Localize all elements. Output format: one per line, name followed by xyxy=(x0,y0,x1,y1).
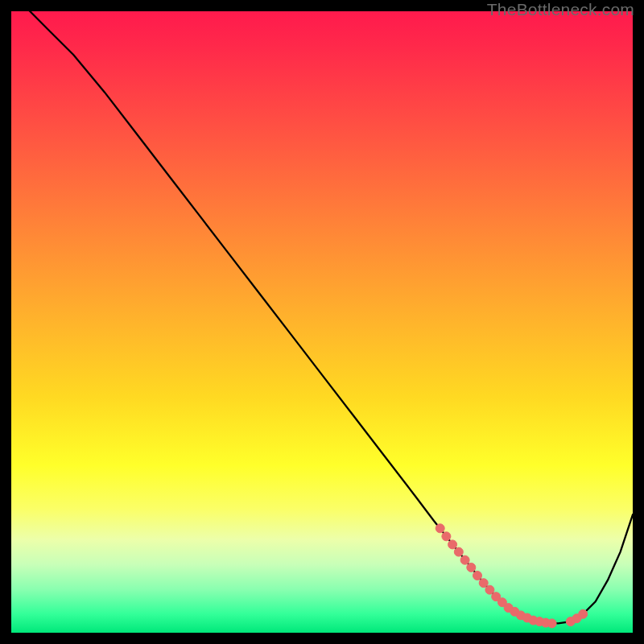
curve-marker xyxy=(467,563,476,572)
curve-marker-group xyxy=(436,524,588,628)
curve-marker xyxy=(473,572,482,580)
curve-marker xyxy=(436,524,444,533)
chart-frame xyxy=(11,11,633,633)
curve-marker xyxy=(479,579,488,588)
curve-marker xyxy=(442,532,451,541)
curve-marker xyxy=(547,619,556,628)
bottleneck-curve-svg xyxy=(11,11,633,633)
watermark-text: TheBottleneck.com xyxy=(487,0,634,19)
curve-marker xyxy=(454,547,463,556)
curve-marker xyxy=(460,555,469,564)
curve-marker xyxy=(448,540,457,549)
bottleneck-curve-path xyxy=(11,11,633,623)
curve-marker xyxy=(579,609,588,618)
curve-marker xyxy=(485,585,494,594)
